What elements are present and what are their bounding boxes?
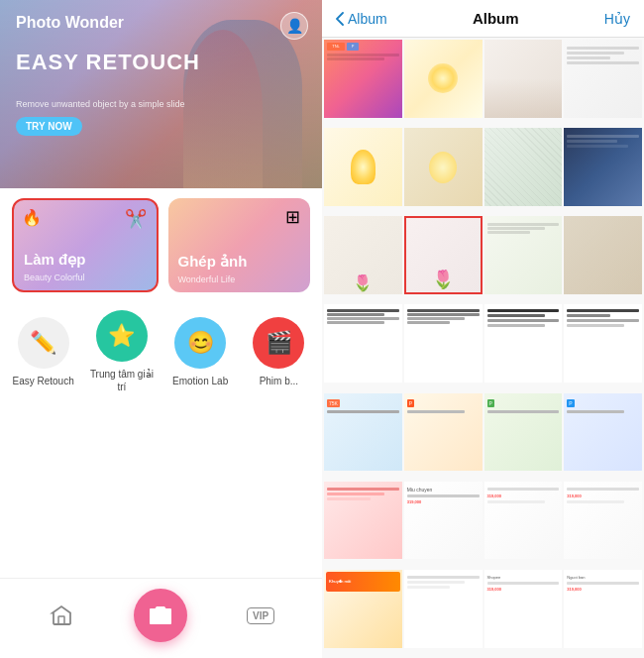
album-back-button[interactable]: Album [336, 11, 387, 27]
photo-cell[interactable]: P [484, 393, 563, 472]
photo-cell[interactable]: Shopee 319,000 [484, 570, 563, 648]
retouch-icon: ✏️ [18, 317, 69, 369]
tool-film[interactable]: 🎬 Phim b... [245, 317, 312, 387]
left-panel: Photo Wonder 👤 EASY RETOUCH Remove unwan… [0, 0, 322, 658]
photo-cell[interactable] [404, 570, 483, 648]
home-nav-button[interactable] [44, 598, 79, 633]
star-icon: ⭐ [96, 310, 148, 362]
photo-cell[interactable]: TNL P [324, 40, 402, 118]
photo-cell[interactable]: 319,000 [564, 482, 642, 560]
fire-icon: 🔥 [22, 208, 42, 227]
film-icon: 🎬 [253, 317, 304, 369]
photo-cell[interactable] [564, 128, 642, 206]
trung-tam-label: Trung tâm giải trí [88, 368, 156, 393]
photo-cell[interactable] [404, 40, 483, 118]
photo-cell[interactable]: P [564, 393, 642, 472]
scissors-icon: ✂️ [125, 208, 147, 230]
photo-cell[interactable] [324, 128, 402, 206]
vip-label: VIP [247, 607, 274, 624]
card-lam-dep-label: Làm đẹp [24, 251, 85, 269]
retouch-label: Easy Retouch [12, 375, 73, 387]
photo-cell[interactable] [564, 40, 642, 118]
photo-cell[interactable] [484, 216, 563, 294]
emotion-label: Emotion Lab [172, 375, 228, 387]
album-back-label: Album [348, 11, 387, 27]
album-title: Album [473, 10, 519, 27]
hero-big-title: EASY RETOUCH [16, 50, 200, 75]
photo-cell[interactable] [324, 482, 402, 560]
tool-trung-tam[interactable]: ⭐ Trung tâm giải trí [88, 310, 156, 393]
photo-cell[interactable]: 🌷 [324, 216, 402, 294]
right-panel: Album Album Hủy TNL P [322, 0, 644, 658]
card-ghep-anh-label: Ghép ảnh [178, 253, 248, 271]
bottom-nav: VIP [0, 578, 322, 658]
film-label: Phim b... [260, 375, 298, 387]
emotion-icon: 😊 [174, 317, 226, 369]
album-header: Album Album Hủy [322, 0, 644, 38]
photo-cell[interactable]: Khuyến mãi [324, 570, 402, 648]
card-lam-dep[interactable]: 🔥 ✂️ Làm đẹp Beauty Colorful [12, 198, 159, 292]
camera-nav-button[interactable] [134, 589, 187, 642]
photo-cell[interactable] [564, 304, 642, 383]
hero-banner: Photo Wonder 👤 EASY RETOUCH Remove unwan… [0, 0, 322, 188]
hero-avatar[interactable]: 👤 [280, 12, 308, 40]
photo-cell[interactable] [404, 304, 483, 383]
photo-cell[interactable] [484, 40, 563, 118]
photo-cell[interactable]: 🌷 [404, 216, 483, 294]
photo-cell[interactable] [404, 128, 483, 206]
photo-cell[interactable] [564, 216, 642, 294]
tool-grid: ✏️ Easy Retouch ⭐ Trung tâm giải trí 😊 E… [0, 302, 322, 397]
card-ghep-anh-sub: Wonderful Life [178, 274, 236, 284]
feature-cards: 🔥 ✂️ Làm đẹp Beauty Colorful ⊞ Ghép ảnh … [0, 188, 322, 302]
grid-icon: ⊞ [285, 206, 300, 228]
photo-cell[interactable]: 75K [324, 393, 402, 472]
svg-point-1 [157, 611, 164, 619]
hero-subtitle: Remove unwanted object by a simple slide [16, 99, 185, 109]
card-ghep-anh[interactable]: ⊞ Ghép ảnh Wonderful Life [168, 198, 311, 292]
photo-cell[interactable]: P [404, 393, 483, 472]
tool-emotion-lab[interactable]: 😊 Emotion Lab [166, 317, 234, 387]
photo-cell[interactable]: Miu chuyen 319,000 [404, 482, 483, 560]
vip-nav-button[interactable]: VIP [243, 598, 278, 633]
photo-cell[interactable]: Nguoi ban 319,000 [564, 570, 642, 648]
photo-grid: TNL P [322, 38, 644, 658]
photo-cell[interactable] [484, 128, 563, 206]
photo-cell[interactable] [484, 304, 563, 383]
tool-easy-retouch[interactable]: ✏️ Easy Retouch [10, 317, 77, 387]
card-lam-dep-sub: Beauty Colorful [24, 273, 85, 282]
svg-rect-0 [58, 616, 64, 624]
album-cancel-button[interactable]: Hủy [604, 11, 630, 27]
photo-cell[interactable] [324, 304, 402, 383]
photo-cell[interactable]: 319,000 [484, 482, 563, 560]
app-name: Photo Wonder [16, 14, 124, 32]
try-now-button[interactable]: TRY NOW [16, 117, 82, 136]
